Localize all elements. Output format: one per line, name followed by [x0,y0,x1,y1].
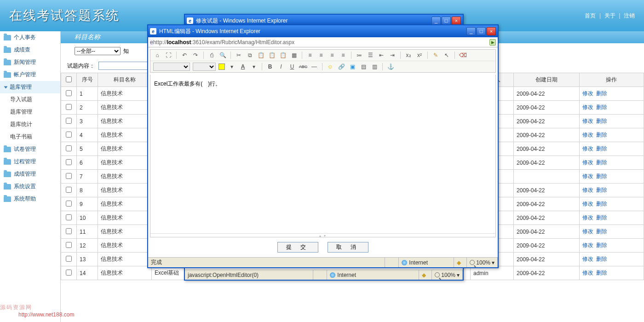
row-checkbox[interactable] [66,145,72,151]
row-checkbox[interactable] [66,159,72,165]
minimize-button[interactable]: _ [466,27,476,35]
delete-link[interactable]: 删除 [596,270,607,276]
forecolor-icon[interactable]: A [239,63,247,71]
sidebar-subitem[interactable]: 题库统计 [0,118,60,131]
ordered-list-icon[interactable]: ≔ [355,51,363,59]
delete-link[interactable]: 删除 [596,118,607,124]
row-checkbox[interactable] [66,242,72,248]
zoom-control[interactable]: 100% ▾ [467,258,498,267]
close-button[interactable]: × [452,17,461,25]
delete-link[interactable]: 删除 [596,228,607,235]
minimize-button[interactable]: _ [431,17,441,25]
delete-link[interactable]: 删除 [596,214,607,221]
edit-link[interactable]: 修改 [582,187,593,193]
font-size-select[interactable] [193,63,216,71]
select-icon[interactable]: ↖ [443,51,451,59]
subscript-icon[interactable]: x₂ [404,51,413,59]
sidebar-item[interactable]: 成绩查 [0,44,60,56]
delete-link[interactable]: 删除 [596,242,607,248]
edit-link[interactable]: 修改 [582,118,593,124]
edit-link[interactable]: 修改 [582,214,593,221]
edit-link[interactable]: 修改 [582,104,593,110]
anchor-icon[interactable]: ⚓ [386,63,395,71]
edit-link[interactable]: 修改 [582,201,593,207]
sidebar-item[interactable]: 帐户管理 [0,69,60,81]
fullscreen-icon[interactable]: ⛶ [164,51,172,59]
link-home[interactable]: 首页 [585,12,596,19]
close-button[interactable]: × [487,27,496,35]
sidebar-item[interactable]: 个人事务 [0,31,60,44]
link-logout[interactable]: 注销 [624,12,635,19]
paste-word-icon[interactable]: 📋 [268,51,276,59]
sidebar-item[interactable]: 系统帮助 [0,193,60,205]
delete-link[interactable]: 删除 [596,173,607,179]
delete-link[interactable]: 删除 [596,90,607,97]
delete-link[interactable]: 删除 [596,159,607,166]
align-left-icon[interactable]: ≡ [306,51,314,59]
sidebar-item[interactable]: 过程管理 [0,155,60,168]
backcolor-swatch[interactable] [218,63,225,70]
copy-icon[interactable]: ⧉ [246,51,254,59]
row-checkbox[interactable] [66,118,72,124]
go-button[interactable]: ▶ [489,39,496,46]
preview-icon[interactable]: 🔍 [218,51,227,59]
forecolor-dropdown-icon[interactable]: ▾ [250,63,258,71]
row-checkbox[interactable] [66,270,72,276]
delete-link[interactable]: 删除 [596,187,607,193]
edit-link[interactable]: 修改 [582,228,593,235]
bold-icon[interactable]: B [266,63,274,71]
row-checkbox[interactable] [66,132,72,138]
unordered-list-icon[interactable]: ☰ [366,51,374,59]
link-icon[interactable]: 🔗 [337,63,345,71]
delete-link[interactable]: 删除 [596,201,607,207]
emoticon-icon[interactable]: ☺ [326,63,334,71]
image-icon[interactable]: ▣ [348,63,356,71]
row-checkbox[interactable] [66,228,72,234]
outdent-icon[interactable]: ⇤ [377,51,385,59]
sidebar-item[interactable]: 试卷管理 [0,143,60,155]
clean-icon[interactable]: ✎ [431,51,440,59]
edit-link[interactable]: 修改 [582,159,593,166]
maximize-button[interactable]: □ [477,27,486,35]
row-checkbox[interactable] [66,256,72,262]
titlebar[interactable]: e HTML编辑器 - Windows Internet Explorer _ … [148,25,498,37]
superscript-icon[interactable]: x² [415,51,424,59]
font-name-select[interactable] [153,63,190,71]
row-checkbox[interactable] [66,104,72,110]
select-all-checkbox[interactable] [66,76,72,82]
paste-text-icon[interactable]: 📋 [279,51,287,59]
align-right-icon[interactable]: ≡ [328,51,336,59]
sidebar-subitem[interactable]: 题库管理 [0,106,60,118]
edit-link[interactable]: 修改 [582,90,593,97]
indent-icon[interactable]: ⇥ [388,51,397,59]
subject-select[interactable]: --全部-- [75,47,121,55]
mode-icon[interactable]: ⌂ [153,51,161,59]
underline-icon[interactable]: U [288,63,296,71]
row-checkbox[interactable] [66,90,72,96]
resize-grip[interactable]: ▴ ▾ [150,233,495,237]
row-checkbox[interactable] [66,173,72,179]
sidebar-item[interactable]: 新闻管理 [0,56,60,69]
print-icon[interactable]: ⎙ [207,51,216,59]
edit-link[interactable]: 修改 [582,256,593,262]
maximize-button[interactable]: □ [442,17,451,25]
row-checkbox[interactable] [66,214,72,220]
delete-link[interactable]: 删除 [596,256,607,262]
undo-icon[interactable]: ↶ [180,51,189,59]
address-bar[interactable]: e http://localhost:3610/exam/RubricManag… [148,37,498,47]
sidebar-item[interactable]: 系统设置 [0,180,60,193]
backcolor-dropdown-icon[interactable]: ▾ [228,63,236,71]
italic-icon[interactable]: I [277,63,285,71]
delete-link[interactable]: 删除 [596,132,607,138]
cancel-button[interactable]: 取 消 [328,242,368,253]
sidebar-item[interactable]: 题库管理 [0,81,60,93]
zoom-control[interactable]: 100% ▾ [432,270,463,280]
link-about[interactable]: 关于 [604,12,615,19]
row-checkbox[interactable] [66,201,72,207]
sidebar-subitem[interactable]: 电子书籍 [0,131,60,143]
strike-icon[interactable]: ABC [299,63,307,71]
cut-icon[interactable]: ✂ [235,51,243,59]
hr-icon[interactable]: — [310,63,318,71]
redo-icon[interactable]: ↷ [191,51,200,59]
edit-link[interactable]: 修改 [582,270,593,276]
